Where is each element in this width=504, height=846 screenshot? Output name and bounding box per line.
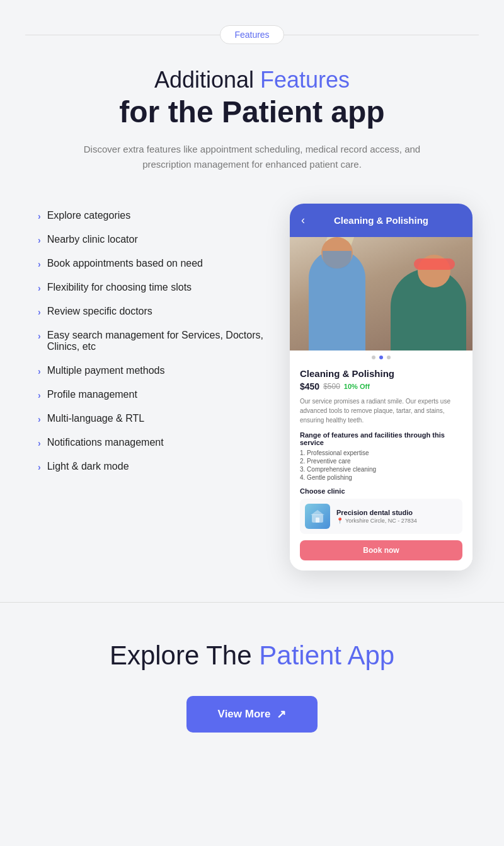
- chevron-icon-7: ›: [38, 390, 41, 400]
- feature-text-0: Explore categories: [47, 210, 131, 221]
- hero-line1: Additional Features: [50, 67, 454, 93]
- main-content: ›Explore categories›Nearby clinic locato…: [0, 185, 504, 596]
- phone-dots: [290, 351, 472, 362]
- feature-text-4: Review specific doctors: [47, 306, 152, 317]
- chevron-icon-5: ›: [38, 331, 41, 341]
- hero-section: Additional Features for the Patient app …: [0, 44, 504, 185]
- phone-back-icon[interactable]: ‹: [301, 214, 305, 227]
- feature-text-2: Book appointments based on need: [47, 258, 203, 269]
- discount-badge: 10% Off: [344, 383, 370, 390]
- phone-header-title: Cleaning & Polishing: [312, 215, 461, 226]
- label-line-left: [25, 35, 220, 35]
- hero-line2: for the Patient app: [50, 96, 454, 129]
- book-now-button[interactable]: Book now: [300, 540, 462, 560]
- svg-marker-2: [311, 510, 324, 515]
- phone-image-area: [290, 237, 472, 351]
- svg-rect-1: [316, 518, 319, 523]
- feature-item-4: ›Review specific doctors: [38, 299, 277, 323]
- dot-1: [372, 356, 375, 359]
- clinic-card: Precision dental studio 📍 Yorkshire Circ…: [300, 499, 462, 534]
- section-label-badge: Features: [220, 25, 284, 44]
- chevron-icon-4: ›: [38, 307, 41, 317]
- feature-item-7: ›Profile management: [38, 383, 277, 407]
- range-title: Range of features and facilities through…: [300, 431, 462, 446]
- range-item-2: 3. Comprehensive cleaning: [300, 466, 462, 473]
- bottom-title: Explore The Patient App: [50, 640, 454, 671]
- chevron-icon-10: ›: [38, 462, 41, 472]
- feature-item-3: ›Flexibility for choosing time slots: [38, 275, 277, 299]
- feature-text-10: Light & dark mode: [47, 461, 129, 472]
- feature-text-6: Multiple payment methods: [47, 365, 165, 376]
- location-icon: 📍: [336, 518, 343, 524]
- dot-3: [387, 356, 391, 359]
- chevron-icon-0: ›: [38, 211, 41, 221]
- service-description: Our service promises a radiant smile. Ou…: [300, 397, 462, 425]
- feature-text-7: Profile management: [47, 389, 137, 400]
- clinic-location: 📍 Yorkshire Circle, NC - 27834: [336, 518, 457, 524]
- range-item-1: 2. Preventive care: [300, 458, 462, 465]
- clinic-icon: [310, 509, 325, 524]
- clinic-name: Precision dental studio: [336, 509, 457, 516]
- clinic-info: Precision dental studio 📍 Yorkshire Circ…: [336, 509, 457, 524]
- view-more-button[interactable]: View More ↗: [186, 696, 318, 733]
- range-list: 1. Professional expertise2. Preventive c…: [300, 449, 462, 481]
- feature-text-8: Multi-language & RTL: [47, 413, 144, 424]
- feature-item-5: ›Easy search management for Services, Do…: [38, 323, 277, 359]
- feature-item-1: ›Nearby clinic locator: [38, 228, 277, 252]
- phone-mockup: ‹ Cleaning & Polishing Cleaning & Polish…: [290, 204, 472, 571]
- range-item-0: 1. Professional expertise: [300, 449, 462, 456]
- chevron-icon-8: ›: [38, 414, 41, 424]
- range-item-3: 4. Gentle polishing: [300, 474, 462, 481]
- feature-item-2: ›Book appointments based on need: [38, 252, 277, 275]
- service-title: Cleaning & Polishing: [300, 368, 462, 379]
- price-old: $500: [323, 382, 340, 391]
- feature-item-8: ›Multi-language & RTL: [38, 407, 277, 431]
- chevron-icon-9: ›: [38, 438, 41, 448]
- choose-clinic-title: Choose clinic: [300, 487, 462, 495]
- price-current: $450: [300, 381, 319, 391]
- chevron-icon-2: ›: [38, 259, 41, 269]
- feature-item-0: ›Explore categories: [38, 204, 277, 228]
- feature-item-6: ›Multiple payment methods: [38, 359, 277, 383]
- hero-line1-blue: Features: [260, 67, 350, 93]
- feature-item-9: ›Notifications management: [38, 431, 277, 455]
- feature-list: ›Explore categories›Nearby clinic locato…: [38, 204, 277, 478]
- label-line-right: [284, 35, 479, 35]
- arrow-icon: ↗: [277, 707, 286, 721]
- feature-item-10: ›Light & dark mode: [38, 455, 277, 478]
- feature-text-5: Easy search management for Services, Doc…: [47, 330, 277, 352]
- dot-2: [379, 356, 383, 359]
- chevron-icon-3: ›: [38, 283, 41, 293]
- section-label-row: Features: [0, 0, 504, 44]
- bottom-section: Explore The Patient App View More ↗: [0, 603, 504, 770]
- phone-header: ‹ Cleaning & Polishing: [290, 204, 472, 237]
- chevron-icon-6: ›: [38, 366, 41, 376]
- feature-text-9: Notifications management: [47, 437, 164, 448]
- patient-glasses: [414, 258, 455, 270]
- feature-text-1: Nearby clinic locator: [47, 234, 138, 245]
- feature-text-3: Flexibility for choosing time slots: [47, 282, 192, 293]
- chevron-icon-1: ›: [38, 235, 41, 245]
- bottom-title-blue: Patient App: [259, 640, 394, 670]
- clinic-thumb: [305, 504, 330, 529]
- phone-body: Cleaning & Polishing $450 $500 10% Off O…: [290, 362, 472, 571]
- price-row: $450 $500 10% Off: [300, 381, 462, 391]
- hero-description: Discover extra features like appointment…: [76, 142, 428, 172]
